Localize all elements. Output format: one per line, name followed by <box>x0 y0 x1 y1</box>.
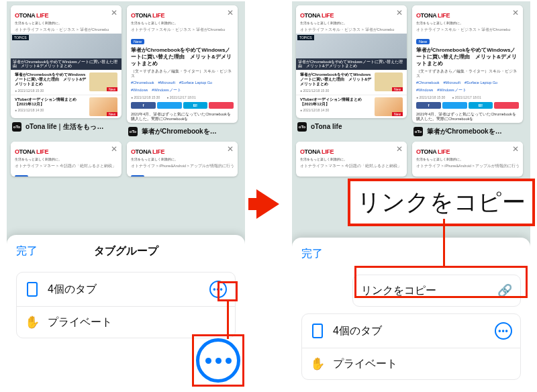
site-tagline: 生活をもっと楽しく刺激的に。 <box>15 21 117 25</box>
breadcrumb: オトナライフ > スキル・ビジネス > 筆者がChromebo <box>11 26 121 34</box>
tab-card[interactable]: ✕ OTONA LIFE生活をもっと楽しく刺激的に。 オトナライフ > マネー … <box>296 142 407 177</box>
close-icon[interactable]: ✕ <box>109 8 119 17</box>
close-icon[interactable]: ✕ <box>226 8 235 17</box>
new-badge: New <box>131 39 144 44</box>
tabs-row[interactable]: 4個のタブ ••• <box>17 273 235 306</box>
favicon-icon: oTo <box>12 122 21 132</box>
sheet-title: タブグループ <box>7 244 245 258</box>
tab-card[interactable]: ✕ OTONA LIFE生活をもっと楽しく刺激的に。 オトナライフ > iPho… <box>412 142 523 177</box>
link-icon: 🔗 <box>497 283 512 298</box>
close-icon[interactable]: ✕ <box>511 144 520 154</box>
copy-link-row[interactable]: リンクをコピー 🔗 <box>353 275 520 306</box>
arrow-icon <box>256 189 279 219</box>
tab-group-list: 4個のタブ ••• ✋ プライベート <box>16 272 236 338</box>
tab-card[interactable]: ✕ OTONA LIFE 生活をもっと楽しく刺激的に。 オトナライフ > スキル… <box>296 5 407 136</box>
tab-card[interactable]: ✕ OTONA LIFE 生活をもっと楽しく刺激的に。 オトナライフ > スキル… <box>127 5 238 136</box>
close-icon[interactable]: ✕ <box>109 144 119 154</box>
favicon-icon: oTo <box>297 122 307 132</box>
tab-caption: oTona life <box>311 123 405 130</box>
tabs-row[interactable]: 4個のタブ ••• <box>302 314 520 348</box>
tab-caption: oTona life｜生活をもっ… <box>26 122 120 132</box>
tabs-icon <box>310 324 325 338</box>
favicon-icon: oTo <box>413 127 423 136</box>
hero-thumb: TOPICS 筆者がChromebookをやめてWindowsノートに買い替えた… <box>11 34 121 70</box>
callout-more-icon <box>196 338 240 383</box>
hand-icon: ✋ <box>25 315 40 330</box>
close-icon[interactable]: ✕ <box>395 8 404 17</box>
close-icon[interactable]: ✕ <box>226 144 235 154</box>
share-bar: fB! <box>127 100 238 111</box>
tab-card[interactable]: ✕ OTONA LIFE 生活をもっと楽しく刺激的に。 オトナライフ > マネー… <box>11 142 121 177</box>
copy-link-menu: リンクをコピー 🔗 <box>352 275 521 307</box>
tab-card[interactable]: ✕ OTONA LIFE 生活をもっと楽しく刺激的に。 オトナライフ > スキル… <box>412 5 523 136</box>
tab-group-list: 4個のタブ ••• ✋ プライベート <box>301 313 521 380</box>
tab-group-sheet: 完了 リンクをコピー 🔗 4個のタブ ••• ✋ プライベート <box>292 238 530 391</box>
article-title: 筆者がChromebookをやめてWindowsノートに買い替えた理由 メリット… <box>127 46 238 68</box>
tab-card[interactable]: ✕ OTONA LIFE 生活をもっと楽しく刺激的に。 オトナライフ > iPh… <box>127 142 238 177</box>
close-icon[interactable]: ✕ <box>395 144 404 154</box>
tab-grid: ✕ OTONA LIFE 生活をもっと楽しく刺激的に。 オトナライフ > スキル… <box>292 1 530 181</box>
close-icon[interactable]: ✕ <box>511 8 520 17</box>
callout-copy-link: リンクをコピー <box>348 179 535 226</box>
more-icon[interactable]: ••• <box>209 281 227 298</box>
more-icon[interactable]: ••• <box>495 322 512 340</box>
breadcrumb: オトナライフ > スキル・ビジネス > 筆者がChromebo <box>127 26 238 34</box>
private-row-label: プライベート <box>48 315 227 330</box>
private-row[interactable]: ✋ プライベート <box>302 348 520 379</box>
phone-screenshot-left: ✕ OTONA LIFE 生活をもっと楽しく刺激的に。 オトナライフ > スキル… <box>7 1 245 391</box>
done-button[interactable]: 完了 <box>16 244 38 258</box>
hand-icon: ✋ <box>310 356 325 371</box>
tabs-icon <box>25 282 40 297</box>
private-row[interactable]: ✋ プライベート <box>17 306 235 338</box>
tab-grid: ✕ OTONA LIFE 生活をもっと楽しく刺激的に。 オトナライフ > スキル… <box>7 1 245 181</box>
tab-card[interactable]: ✕ OTONA LIFE 生活をもっと楽しく刺激的に。 オトナライフ > スキル… <box>11 5 121 136</box>
done-button[interactable]: 完了 <box>301 247 323 261</box>
favicon-icon: oTo <box>128 127 138 136</box>
tab-caption: 筆者がChromebookを… <box>142 127 236 136</box>
tab-caption: 筆者がChromebookを… <box>427 127 522 136</box>
tabs-row-label: 4個のタブ <box>48 283 201 297</box>
copy-link-label: リンクをコピー <box>361 284 489 298</box>
